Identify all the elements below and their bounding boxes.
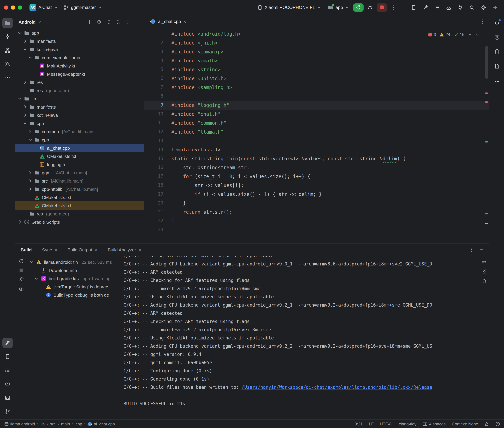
scroll-to-end-icon[interactable] (482, 269, 487, 274)
panel-options-icon[interactable] (125, 19, 131, 25)
editor-options-icon[interactable] (480, 19, 485, 24)
code-line-22[interactable]: 22} (144, 216, 489, 225)
restart-build-button[interactable] (18, 259, 24, 264)
pull-requests-tool-icon[interactable] (2, 59, 13, 69)
soft-wrap-icon[interactable] (482, 259, 487, 264)
chevron-right-icon[interactable] (22, 38, 28, 44)
tree-item-gradle-scripts[interactable]: GGradle Scripts (15, 218, 144, 226)
tree-item-cpp[interactable]: cpp (15, 136, 144, 144)
tree-item-manifests[interactable]: manifests (15, 103, 144, 111)
structure-tool-icon[interactable] (2, 45, 13, 56)
breadcrumb-item-src[interactable]: src (50, 421, 56, 426)
chevron-right-icon[interactable] (27, 178, 33, 184)
tree-item-messageadapter-kt[interactable]: KMessageAdapter.kt (15, 70, 144, 78)
collapse-all-button[interactable] (116, 19, 121, 25)
tree-item-common[interactable]: common[AiChat.lib.main] (15, 127, 144, 136)
code-line-7[interactable]: 7#include <sampling.h> (144, 83, 489, 92)
tab-build-analyzer[interactable]: Build Analyzer× (108, 247, 141, 252)
tab-sync[interactable]: Sync× (42, 247, 57, 252)
tree-item-res[interactable]: res(generated) (15, 86, 144, 95)
stripe-mark[interactable] (485, 213, 488, 214)
device-manager-tool-icon[interactable] (492, 47, 502, 57)
build-output-path-link[interactable]: /Users/hanyin/Workspace/ai-chat/examples… (242, 385, 432, 390)
tree-item-cmakelists-txt[interactable]: CMakeLists.txt (15, 152, 144, 160)
context-widget[interactable]: Context: None (452, 421, 478, 426)
build-tool-icon[interactable] (2, 338, 13, 348)
code-line-16[interactable]: 16 std::ostringstream str; (144, 163, 489, 172)
settings-icon[interactable] (479, 3, 488, 12)
build-options-icon[interactable] (469, 247, 474, 252)
code-line-8[interactable]: 8 (144, 92, 489, 101)
code-line-17[interactable]: 17 for (size_t i = 0; i < values.size();… (144, 172, 489, 181)
code-line-12[interactable]: 12#include "llama.h" (144, 127, 489, 136)
chevron-down-icon[interactable] (27, 55, 33, 60)
code-line-11[interactable]: 11#include "common.h" (144, 118, 489, 127)
minimize-window-button[interactable] (11, 5, 15, 9)
code-line-6[interactable]: 6#include <unistd.h> (144, 74, 489, 83)
project-widget[interactable]: AC AiChat (27, 3, 61, 12)
code-line-21[interactable]: 21 return str.str(); (144, 208, 489, 216)
project-tool-icon[interactable] (2, 18, 13, 28)
file-encoding[interactable]: UTF-8 (380, 421, 392, 426)
code-area[interactable]: 1#include <android/log.h>2#include <jni.… (144, 28, 489, 243)
status-info-icon[interactable] (495, 421, 500, 426)
run-configuration-selector[interactable]: app (325, 3, 352, 11)
code-line-18[interactable]: 18 str << values[i]; (144, 181, 489, 190)
breadcrumb-item-cpp[interactable]: cpp (76, 421, 82, 426)
terminal-tool-icon[interactable] (2, 393, 13, 403)
commit-tool-icon[interactable] (2, 32, 13, 42)
code-line-4[interactable]: 4#include <cmath> (144, 56, 489, 65)
tree-item-src[interactable]: src[AiChat.lib.main] (15, 177, 144, 185)
chevron-right-icon[interactable] (22, 112, 28, 118)
tree-item-kotlin-java[interactable]: kotlin+java (15, 111, 144, 119)
chevron-down-icon[interactable] (17, 96, 23, 101)
chevron-down-icon[interactable] (22, 47, 28, 52)
problems-tool-icon[interactable] (2, 379, 13, 389)
build-tree-item-build-gradle-kts[interactable]: Kbuild.gradle.ktsapp 1 warning (28, 274, 121, 283)
chevron-down-icon[interactable] (29, 259, 34, 265)
lock-icon[interactable] (484, 421, 489, 426)
todo-list-icon[interactable] (432, 3, 442, 12)
code-line-23[interactable]: 23 (144, 225, 489, 234)
zoom-window-button[interactable] (18, 5, 22, 9)
notifications-icon[interactable] (492, 18, 502, 28)
clear-console-icon[interactable] (482, 279, 487, 284)
stripe-mark[interactable] (485, 223, 488, 224)
tree-item-manifests[interactable]: manifests (15, 37, 144, 45)
next-problem-icon[interactable] (475, 33, 479, 37)
code-line-3[interactable]: 3#include <iomanip> (144, 47, 489, 56)
stripe-mark[interactable] (485, 141, 488, 142)
tree-item-logging-h[interactable]: Hlogging.h (15, 160, 144, 169)
rerun-app-button[interactable] (353, 3, 364, 11)
ai-actions-icon[interactable] (420, 3, 430, 12)
build-panel-title[interactable]: Build (21, 247, 32, 252)
chevron-down-icon[interactable] (17, 30, 23, 36)
hide-build-panel-button[interactable] (479, 247, 484, 252)
breadcrumb-item-main[interactable]: main (61, 421, 70, 426)
code-line-19[interactable]: 19 if (i < values.size() - 1) { str << d… (144, 190, 489, 199)
stripe-mark[interactable] (485, 101, 488, 103)
build-tree-item-jvmtarget-string-is-deprec[interactable]: 'jvmTarget: String' is deprec (28, 283, 121, 291)
logcat-tool-icon[interactable] (2, 365, 13, 375)
tree-item-cmakelists-txt[interactable]: CMakeLists.txt (15, 193, 144, 201)
tree-item-app[interactable]: app (15, 29, 144, 37)
expand-all-button[interactable] (106, 19, 111, 25)
assistant-tool-icon[interactable] (492, 75, 502, 86)
tree-item-ggml[interactable]: ggml[AiChat.lib.main] (15, 169, 144, 177)
build-tree-item-buildtype-debug-is-both-de[interactable]: BuildType 'debug' is both de (28, 291, 121, 299)
tab-build-output[interactable]: Build Output× (68, 247, 97, 252)
editor-scrollbar-thumb[interactable] (485, 46, 488, 79)
device-selector[interactable]: Xiaomi POCOPHONE F1 (254, 3, 324, 11)
tree-item-ai-chat-cpp[interactable]: C++ai_chat.cpp (15, 144, 144, 152)
error-stripe[interactable] (485, 28, 488, 243)
hide-panel-button[interactable] (135, 19, 140, 25)
line-ending[interactable]: LF (369, 421, 374, 426)
tree-item-com-example-llama[interactable]: com.example.llama (15, 53, 144, 62)
tree-item-res[interactable]: res(generated) (15, 210, 144, 218)
gemini-icon[interactable] (490, 3, 500, 12)
indent-widget[interactable]: 4 spaces (423, 421, 446, 426)
build-console[interactable]: C/C++: -- Using KleidiAI optimized kerne… (123, 256, 478, 420)
code-line-10[interactable]: 10#include "chat.h" (144, 110, 489, 118)
tree-item-mainactivity-kt[interactable]: KMainActivity.kt (15, 62, 144, 70)
close-tab-icon[interactable]: × (95, 247, 97, 252)
